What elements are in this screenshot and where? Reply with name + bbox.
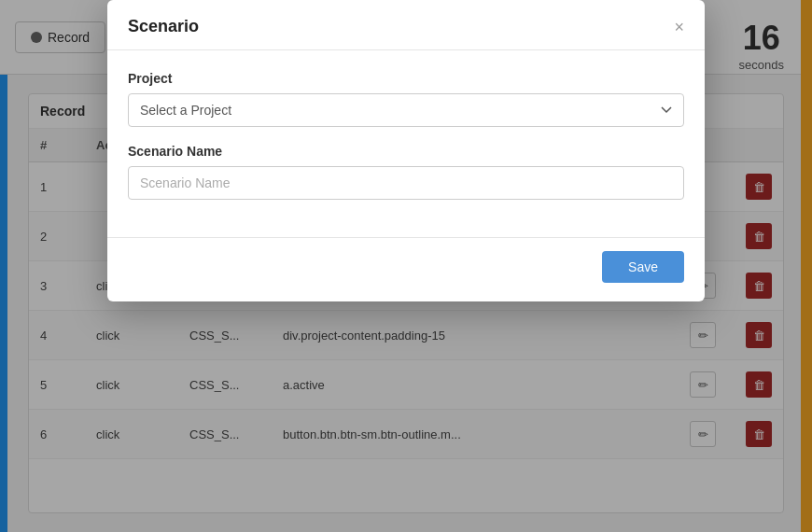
project-label: Project: [128, 71, 684, 86]
scenario-name-input[interactable]: [128, 166, 684, 200]
modal-header: Scenario ×: [107, 0, 705, 50]
scenario-name-label: Scenario Name: [128, 144, 684, 159]
modal-footer: Save: [107, 237, 705, 301]
scenario-name-field-group: Scenario Name: [128, 144, 684, 200]
save-button[interactable]: Save: [602, 251, 684, 283]
project-field-group: Project Select a Project: [128, 71, 684, 127]
scenario-modal: Scenario × Project Select a Project Scen…: [107, 0, 705, 301]
project-select[interactable]: Select a Project: [128, 93, 684, 127]
modal-title: Scenario: [128, 17, 199, 36]
modal-close-button[interactable]: ×: [674, 19, 684, 35]
modal-body: Project Select a Project Scenario Name: [107, 50, 705, 237]
modal-overlay: Scenario × Project Select a Project Scen…: [0, 0, 812, 532]
